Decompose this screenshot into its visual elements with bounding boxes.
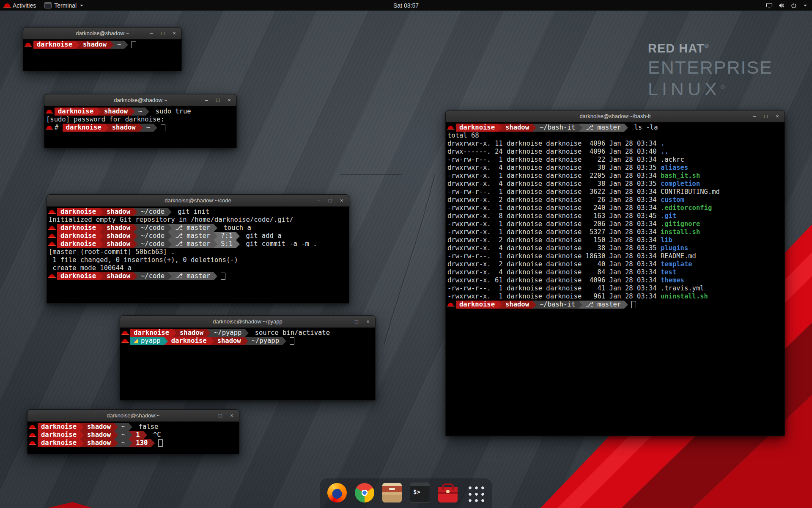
app-grid-icon[interactable] [466, 483, 485, 502]
terminal-line: [master (root-commit) 50bcb63] . [49, 248, 348, 256]
minimize-button[interactable]: – [752, 110, 757, 122]
terminal-cursor [631, 301, 636, 308]
window-titlebar[interactable]: darknoise@shadow:~ – □ × [44, 94, 236, 106]
clock[interactable]: Sat 03:57 [393, 2, 419, 9]
prompt-segment-user: darknoise [38, 431, 80, 439]
prompt-segment-host: shadow [103, 232, 134, 240]
prompt-segment-git: ⎇ master [582, 301, 624, 309]
terminal-line: drwx------. 24 darknoise darknoise 4096 … [447, 148, 784, 156]
terminal-line: [sudo] password for darknoise: [46, 116, 236, 124]
system-tray [766, 0, 812, 11]
prompt-segment-host: shadow [101, 108, 131, 116]
minimize-button[interactable]: – [149, 28, 154, 39]
window-titlebar[interactable]: darknoise@shadow:~/bash-it – □ × [446, 110, 785, 122]
directory-name: completion [661, 180, 700, 188]
screen-icon[interactable] [766, 2, 773, 9]
close-button[interactable]: × [775, 110, 780, 122]
powerline-separator [210, 337, 214, 345]
close-button[interactable]: × [339, 195, 344, 206]
powerline-separator [579, 124, 582, 132]
window-titlebar[interactable]: darknoise@shadow:~ – □ × [27, 410, 239, 422]
terminal-app-icon [44, 2, 52, 8]
powerline-separator [236, 232, 240, 240]
terminal-line: darknoiseshadow~/code git init [49, 208, 348, 216]
powerline-separator [173, 329, 176, 337]
app-menu[interactable]: Terminal [40, 0, 88, 11]
powerline-separator [134, 240, 137, 248]
output-text: -rw-rw-r--. 1 darknoise darknoise 22 Jan… [447, 156, 661, 164]
close-button[interactable]: × [227, 94, 232, 106]
powerline-separator [124, 41, 128, 49]
terminal-line: -rwxrwxr-x. 1 darknoise darknoise 2205 J… [447, 172, 784, 180]
terminal-icon[interactable]: $> [410, 483, 430, 503]
terminal-window-2: darknoise@shadow:~ – □ × darknoiseshadow… [44, 94, 237, 148]
powerline-separator [99, 224, 103, 232]
terminal-body[interactable]: darknoiseshadow~ falsedarknoiseshadow~1 … [27, 422, 239, 454]
minimize-button[interactable]: – [204, 94, 209, 106]
prompt-segment-git: ⎇ master [582, 124, 624, 132]
maximize-button[interactable]: □ [218, 410, 223, 421]
close-button[interactable]: × [229, 410, 234, 421]
terminal-line: pyappdarknoiseshadow~/pyapp [122, 337, 374, 345]
prompt-segment-path: ~/code [137, 224, 168, 232]
minimize-button[interactable]: – [343, 316, 348, 327]
prompt-segment-host: shadow [84, 423, 114, 431]
executable-name: .gitignore [661, 220, 700, 228]
terminal-body[interactable]: darknoiseshadow~/pyapp source bin/activa… [120, 328, 375, 400]
terminal-body[interactable]: darknoiseshadow~ [23, 39, 181, 71]
directory-name: test [661, 268, 676, 276]
terminal-line: darknoiseshadow~1 ^C [29, 431, 238, 439]
prompt-segment-host: shadow [502, 301, 532, 309]
output-text: drwx------. 24 darknoise darknoise 4096 … [447, 148, 661, 156]
maximize-button[interactable]: □ [160, 28, 165, 39]
prompt-segment-path: ~/code [137, 240, 168, 248]
command-text: git commit -a -m . [240, 240, 317, 248]
terminal-line: drwxrwxr-x. 2 darknoise darknoise 40 Jan… [447, 260, 784, 268]
prompt-segment-host: shadow [80, 41, 110, 49]
terminal-body[interactable]: darknoiseshadow~/bash-it⎇ master ls -lat… [446, 122, 785, 436]
files-icon[interactable] [382, 483, 402, 502]
prompt-segment-host: shadow [176, 329, 207, 337]
close-button[interactable]: × [365, 316, 370, 327]
powerline-separator [624, 301, 628, 309]
firefox-icon[interactable] [327, 483, 347, 502]
app-menu-label: Terminal [54, 2, 77, 9]
output-text: [master (root-commit) 50bcb63] . [49, 248, 175, 256]
maximize-button[interactable]: □ [763, 110, 768, 122]
directory-name: .. [661, 148, 669, 156]
terminal-line: darknoiseshadow~ sudo true [46, 108, 236, 116]
chevron-down-icon[interactable] [804, 5, 807, 6]
window-titlebar[interactable]: darknoise@shadow:~ – □ × [23, 28, 181, 39]
prompt-segment-user: darknoise [55, 108, 97, 116]
prompt-segment-host: shadow [214, 337, 244, 345]
command-text: false [132, 423, 158, 431]
maximize-button[interactable]: □ [215, 94, 220, 106]
chrome-icon[interactable] [355, 483, 374, 502]
output-text: 1 file changed, 0 insertions(+), 0 delet… [49, 256, 238, 264]
command-text: ^C [147, 431, 161, 439]
terminal-body[interactable]: darknoiseshadow~ sudo true[sudo] passwor… [44, 106, 236, 148]
window-titlebar[interactable]: darknoise@shadow:~/pyapp – □ × [120, 316, 375, 328]
output-text: -rw-rw-r--. 1 darknoise darknoise 3622 J… [447, 188, 661, 196]
terminal-body[interactable]: darknoiseshadow~/code git initInitialize… [47, 207, 349, 303]
directory-name: .git [661, 212, 676, 220]
volume-icon[interactable] [778, 2, 785, 9]
power-icon[interactable] [790, 2, 797, 9]
powerline-separator [214, 232, 217, 240]
maximize-button[interactable]: □ [328, 195, 333, 206]
prompt-segment-path: ~/pyapp [211, 329, 245, 337]
redhat-icon [47, 110, 52, 113]
minimize-button[interactable]: – [206, 410, 211, 421]
minimize-button[interactable]: – [316, 195, 321, 206]
terminal-line: darknoiseshadow~/code⎇ master [49, 272, 348, 280]
powerline-separator [134, 224, 137, 232]
prompt-segment-user: darknoise [130, 329, 173, 337]
close-button[interactable]: × [172, 28, 177, 39]
toolbox-icon[interactable] [438, 483, 458, 502]
activities-button[interactable]: Activities [0, 0, 40, 11]
powerline-separator [143, 431, 147, 439]
window-titlebar[interactable]: darknoise@shadow:~/code – □ × [47, 195, 349, 207]
powerline-separator [245, 329, 249, 337]
distro-logo-icon [4, 3, 10, 8]
maximize-button[interactable]: □ [354, 316, 359, 327]
